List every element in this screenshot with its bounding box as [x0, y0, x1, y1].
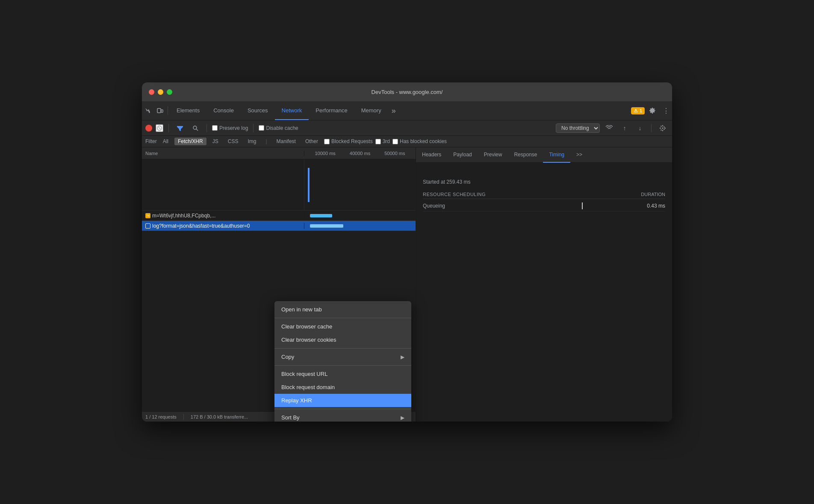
has-blocked-cookies-input[interactable]	[392, 139, 398, 144]
download-icon: ↓	[639, 125, 642, 132]
clear-button[interactable]	[156, 124, 163, 132]
has-blocked-cookies-label: Has blocked cookies	[400, 138, 447, 144]
menu-sort-by[interactable]: Sort By ▶	[274, 411, 411, 422]
filter-manifest[interactable]: Manifest	[273, 138, 299, 145]
filter-all[interactable]: All	[159, 138, 172, 145]
blocked-requests-label: Blocked Requests	[331, 138, 373, 144]
third-party-label: 3rd	[383, 138, 390, 144]
tab-console[interactable]: Console	[206, 101, 241, 120]
network-toolbar: Preserve log Disable cache No throttling…	[142, 120, 672, 136]
filter-button[interactable]	[174, 122, 186, 134]
block-url-label: Block request URL	[281, 371, 327, 377]
menu-separator-2	[274, 348, 411, 349]
devtools-body: Elements Console Sources Network Perform…	[142, 101, 672, 422]
disable-cache-checkbox[interactable]: Disable cache	[259, 125, 298, 131]
download-button[interactable]: ↓	[634, 122, 646, 134]
menu-copy[interactable]: Copy ▶	[274, 350, 411, 363]
menu-separator-3	[274, 365, 411, 366]
tab-sources[interactable]: Sources	[241, 101, 275, 120]
menu-open-new-tab[interactable]: Open in new tab	[274, 303, 411, 316]
toolbar-right: ⚠ 1 ⋮	[631, 105, 672, 117]
preserve-log-checkbox[interactable]: Preserve log	[212, 125, 248, 131]
filter-label: Filter	[145, 138, 157, 144]
device-toolbar-button[interactable]	[154, 105, 166, 117]
blocked-requests-checkbox[interactable]: Blocked Requests	[324, 138, 373, 144]
svg-line-5	[196, 129, 198, 131]
filter-doc[interactable]: |	[262, 138, 270, 145]
minimize-button[interactable]	[158, 89, 163, 95]
block-domain-label: Block request domain	[281, 384, 335, 390]
menu-block-domain[interactable]: Block request domain	[274, 381, 411, 394]
panels-row: Name 10000 ms 40000 ms 50000 ms	[142, 147, 672, 422]
toolbar-divider	[168, 106, 168, 115]
tab-memory[interactable]: Memory	[354, 101, 388, 120]
filter-img[interactable]: Img	[244, 138, 260, 145]
net-settings-button[interactable]	[657, 122, 669, 134]
blocked-requests-input[interactable]	[324, 139, 330, 144]
settings-button[interactable]	[646, 105, 658, 117]
filter-other[interactable]: Other	[302, 138, 321, 145]
more-options-icon: ⋮	[663, 107, 669, 115]
menu-replay-xhr[interactable]: Replay XHR	[274, 394, 411, 407]
throttle-select[interactable]: No throttling	[556, 123, 600, 133]
upload-icon: ↑	[623, 125, 626, 132]
main-toolbar: Elements Console Sources Network Perform…	[142, 101, 672, 120]
net-divider4	[651, 124, 652, 132]
devtools-window: DevTools - www.google.com/ Elements Cons…	[142, 82, 672, 422]
disable-cache-input[interactable]	[259, 125, 264, 131]
wifi-button[interactable]	[603, 122, 615, 134]
menu-separator-4	[274, 409, 411, 409]
record-button[interactable]	[145, 125, 152, 132]
upload-button[interactable]: ↑	[619, 122, 631, 134]
svg-rect-0	[157, 108, 161, 113]
net-divider3	[253, 124, 254, 132]
menu-separator-1	[274, 318, 411, 318]
has-blocked-cookies-checkbox[interactable]: Has blocked cookies	[392, 138, 447, 144]
copy-arrow-icon: ▶	[401, 354, 404, 360]
filter-css[interactable]: CSS	[224, 138, 242, 145]
tab-performance[interactable]: Performance	[309, 101, 354, 120]
sort-by-arrow-icon: ▶	[401, 415, 404, 421]
menu-clear-cache[interactable]: Clear browser cache	[274, 320, 411, 333]
open-new-tab-label: Open in new tab	[281, 306, 322, 313]
clear-cache-label: Clear browser cache	[281, 323, 332, 330]
svg-point-6	[662, 127, 664, 129]
titlebar: DevTools - www.google.com/	[142, 82, 672, 101]
notification-count: 1	[640, 108, 642, 113]
search-button[interactable]	[189, 122, 201, 134]
svg-point-4	[193, 126, 197, 129]
context-menu: Open in new tab Clear browser cache Clea…	[274, 301, 411, 422]
notification-badge[interactable]: ⚠ 1	[631, 107, 645, 114]
clear-cookies-label: Clear browser cookies	[281, 337, 336, 343]
replay-xhr-label: Replay XHR	[281, 397, 312, 404]
net-divider	[168, 124, 169, 132]
traffic-lights	[149, 89, 172, 95]
preserve-log-input[interactable]	[212, 125, 218, 131]
third-party-input[interactable]	[375, 139, 381, 144]
menu-clear-cookies[interactable]: Clear browser cookies	[274, 333, 411, 346]
context-menu-overlay: Open in new tab Clear browser cache Clea…	[142, 147, 672, 422]
net-toolbar-right: No throttling ↑ ↓	[556, 122, 669, 134]
filter-bar: Filter All Fetch/XHR JS CSS Img | Manife…	[142, 136, 672, 147]
maximize-button[interactable]	[167, 89, 172, 95]
sort-by-label: Sort By	[281, 414, 300, 421]
net-divider2	[206, 124, 207, 132]
copy-label: Copy	[281, 354, 294, 360]
tab-network[interactable]: Network	[275, 101, 309, 120]
svg-rect-1	[161, 110, 163, 112]
disable-cache-label: Disable cache	[266, 125, 298, 131]
tab-elements[interactable]: Elements	[170, 101, 206, 120]
filter-js[interactable]: JS	[209, 138, 222, 145]
svg-line-3	[158, 127, 160, 129]
third-party-checkbox[interactable]: 3rd	[375, 138, 390, 144]
filter-fetch-xhr[interactable]: Fetch/XHR	[174, 138, 206, 145]
close-button[interactable]	[149, 89, 154, 95]
preserve-log-label: Preserve log	[219, 125, 248, 131]
window-title: DevTools - www.google.com/	[372, 89, 443, 95]
inspect-element-button[interactable]	[142, 105, 154, 117]
tab-more-button[interactable]: »	[388, 106, 399, 115]
more-options-button[interactable]: ⋮	[660, 105, 672, 117]
notification-icon: ⚠	[634, 108, 638, 114]
menu-block-url[interactable]: Block request URL	[274, 367, 411, 381]
